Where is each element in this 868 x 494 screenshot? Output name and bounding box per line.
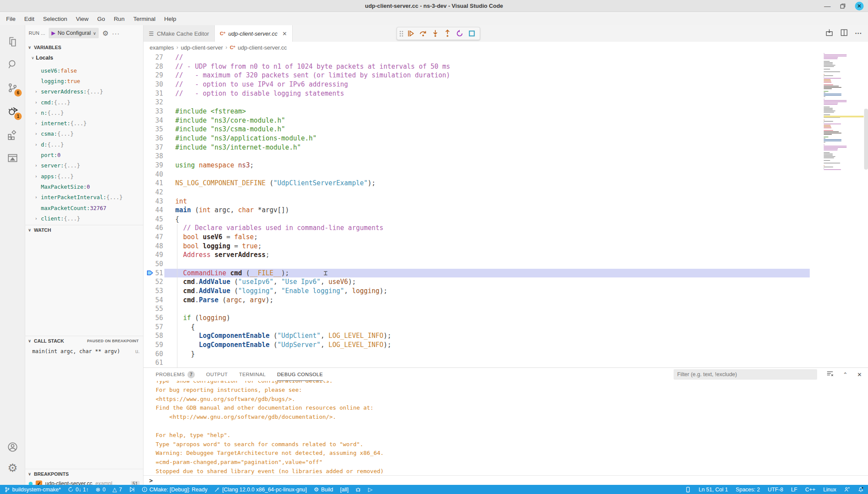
variable-row[interactable]: MaxPacketSize: 0	[25, 181, 143, 192]
status-item[interactable]: Spaces: 2	[736, 487, 760, 493]
tab-udp-client-server[interactable]: C⁺ udp-client-server.cc ✕	[215, 25, 293, 42]
cmake-panel-icon[interactable]	[0, 149, 25, 168]
menu-selection[interactable]: Selection	[39, 13, 72, 25]
panel-tab-output[interactable]: OUTPUT	[206, 368, 228, 381]
line-number[interactable]: 61	[144, 358, 163, 367]
menu-edit[interactable]: Edit	[20, 13, 39, 25]
chevron-right-icon[interactable]: ›	[35, 174, 41, 179]
panel-tab-terminal[interactable]: TERMINAL	[239, 368, 266, 381]
breadcrumb-item[interactable]: examples	[150, 44, 174, 51]
line-number[interactable]: 39	[144, 161, 163, 170]
watch-section-header[interactable]: ∨ WATCH	[25, 225, 143, 234]
status-item[interactable]: UTF-8	[768, 487, 783, 493]
call-stack-section-header[interactable]: ∨ CALL STACK PAUSED ON BREAKPOINT	[25, 336, 143, 345]
menu-help[interactable]: Help	[160, 13, 180, 25]
chevron-right-icon[interactable]: ›	[35, 216, 41, 221]
restart-button[interactable]	[454, 28, 465, 39]
breakpoints-section-header[interactable]: ∨ BREAKPOINTS	[25, 469, 143, 478]
chevron-right-icon[interactable]: ›	[35, 163, 41, 168]
line-number[interactable]: 52	[144, 277, 163, 287]
variable-row[interactable]: ›client: {...}	[25, 213, 143, 224]
status-item-feedback[interactable]	[844, 487, 850, 492]
status-item-debug-launch[interactable]	[129, 487, 135, 492]
step-into-button[interactable]	[430, 28, 441, 39]
step-over-button[interactable]	[418, 28, 428, 39]
menu-file[interactable]: File	[2, 13, 20, 25]
variable-row[interactable]: port: 0	[25, 150, 143, 160]
drag-handle[interactable]	[400, 31, 403, 37]
line-number[interactable]: 53	[144, 287, 163, 296]
debug-console-input[interactable]: >	[144, 475, 868, 485]
variable-row[interactable]: useV6: false	[25, 65, 143, 76]
status-item[interactable]: LF	[791, 487, 798, 493]
line-number[interactable]: 44	[144, 206, 163, 215]
status-item-sync[interactable]: 0↓ 1↑	[68, 487, 89, 493]
chevron-right-icon[interactable]: ›	[35, 131, 41, 136]
line-number[interactable]: 55	[144, 304, 163, 314]
status-item-tools[interactable]: [Clang 12.0.0 x86_64-pc-linux-gnu]	[214, 487, 307, 493]
stop-button[interactable]	[467, 28, 477, 39]
editor-scrollbar[interactable]	[864, 109, 868, 170]
status-item-warning[interactable]: △7	[113, 487, 122, 493]
line-number[interactable]: 54	[144, 296, 163, 305]
line-number[interactable]: 27	[144, 53, 163, 62]
close-panel-icon[interactable]: ✕	[857, 371, 862, 378]
line-number[interactable]: 48	[144, 242, 163, 251]
minimize-button[interactable]: —	[824, 4, 831, 8]
variable-row[interactable]: ›interPacketInterval: {...}	[25, 192, 143, 203]
line-number[interactable]: 41	[144, 179, 163, 188]
variable-row[interactable]: ›n: {...}	[25, 107, 143, 118]
more-actions-icon[interactable]: ···	[112, 30, 120, 37]
line-number[interactable]: 60	[144, 350, 163, 359]
step-out-button[interactable]	[442, 28, 453, 39]
line-number[interactable]: 43	[144, 197, 163, 206]
line-number[interactable]: 34	[144, 116, 163, 125]
status-item[interactable]: Ln 51, Col 1	[698, 487, 728, 493]
code-editor[interactable]: 27//28// - UDP flow from n0 to n1 of 102…	[144, 53, 868, 367]
line-number[interactable]: 29	[144, 71, 163, 80]
breadcrumb-item[interactable]: udp-client-server	[181, 44, 223, 51]
line-number[interactable]: 36	[144, 134, 163, 143]
chevron-right-icon[interactable]: ›	[35, 100, 41, 105]
tab-cmake-cache-editor[interactable]: ☰ CMake Cache Editor	[144, 25, 215, 42]
chevron-right-icon[interactable]: ›	[35, 142, 41, 147]
line-number[interactable]: 40	[144, 170, 163, 179]
status-item-play[interactable]: ▷	[368, 487, 372, 493]
line-number[interactable]: 35	[144, 125, 163, 134]
line-number[interactable]: 32	[144, 98, 163, 107]
editor-more-actions-icon[interactable]: ···	[855, 30, 862, 37]
variable-row[interactable]: ›d: {...}	[25, 139, 143, 150]
accounts-icon[interactable]	[0, 437, 25, 457]
menu-run[interactable]: Run	[110, 13, 129, 25]
panel-tab-problems[interactable]: PROBLEMS7	[156, 368, 195, 381]
variable-row[interactable]: ›serverAddress: {...}	[25, 87, 143, 97]
continue-button[interactable]	[406, 28, 416, 39]
line-number[interactable]: 28	[144, 62, 163, 71]
variable-row[interactable]: logging: true	[25, 76, 143, 86]
variables-section-header[interactable]: ∨ VARIABLES	[25, 43, 143, 52]
start-debug-icon[interactable]: ▶	[51, 30, 55, 36]
status-item-error[interactable]: ⊗0	[96, 487, 106, 493]
line-number[interactable]: 57	[144, 323, 163, 332]
line-number[interactable]: 31	[144, 89, 163, 98]
variable-row[interactable]: ›cmd: {...}	[25, 97, 143, 107]
line-number[interactable]: 38	[144, 152, 163, 161]
line-number[interactable]: 56	[144, 314, 163, 323]
stack-frame[interactable]: main(int argc, char ** argv) u.	[25, 346, 143, 357]
variable-row[interactable]: ›server: {...}	[25, 160, 143, 171]
settings-gear-icon[interactable]: ⚙	[0, 458, 25, 477]
chevron-right-icon[interactable]: ›	[35, 195, 41, 200]
status-item-bug[interactable]	[355, 487, 361, 492]
panel-tab-debug-console[interactable]: DEBUG CONSOLE	[277, 368, 323, 381]
menu-terminal[interactable]: Terminal	[129, 13, 160, 25]
clear-console-icon[interactable]	[827, 370, 833, 378]
chevron-right-icon[interactable]: ›	[35, 110, 41, 115]
variable-row[interactable]: ›apps: {...}	[25, 171, 143, 181]
line-number[interactable]: 42	[144, 188, 163, 197]
line-number[interactable]: 49	[144, 250, 163, 260]
line-number[interactable]: 58	[144, 331, 163, 340]
extensions-icon[interactable]	[0, 125, 25, 144]
debug-settings-gear-icon[interactable]: ⚙	[102, 29, 108, 37]
menu-go[interactable]: Go	[93, 13, 110, 25]
line-number[interactable]: 46	[144, 224, 163, 233]
